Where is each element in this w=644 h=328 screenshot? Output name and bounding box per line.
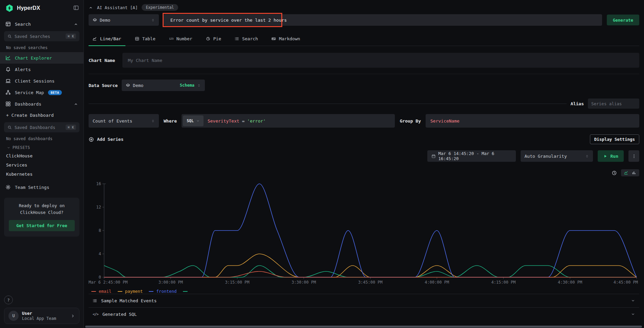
horizontal-scrollbar[interactable] [85, 326, 642, 328]
line-view-toggle-icon[interactable] [624, 171, 628, 175]
select-chevrons-icon [151, 119, 155, 123]
presets-toggle[interactable]: PRESETS [0, 143, 84, 151]
pie-icon [206, 37, 210, 41]
language-value: SQL [187, 118, 194, 123]
sql-field-token: SeverityText [208, 118, 239, 124]
collapse-chevron-icon[interactable] [89, 5, 93, 10]
main-content: AI Assistant [A] Experimental Demo Gener… [84, 0, 644, 328]
get-started-button[interactable]: Get Started for Free [9, 220, 75, 231]
sidebar-item-search[interactable]: Search [0, 18, 84, 30]
tab-markdown[interactable]: Markdown [271, 32, 301, 46]
sidebar-item-team-settings[interactable]: Team Settings [0, 181, 84, 193]
legend-item[interactable]: payment [118, 289, 143, 294]
legend-item[interactable] [183, 291, 188, 292]
aggregation-select[interactable]: Count of Events [89, 114, 159, 128]
display-settings-button[interactable]: Display Settings [590, 134, 639, 144]
divider [89, 104, 567, 104]
table-icon [135, 37, 139, 41]
source-select-value: Demo [100, 18, 148, 23]
tab-pie[interactable]: Pie [205, 32, 222, 46]
alias-row: Alias [89, 99, 639, 109]
run-button[interactable]: Run [598, 150, 624, 162]
chart-legend: emailpaymentfrontend [91, 289, 639, 294]
chevron-up-icon [74, 102, 78, 106]
alias-input[interactable] [588, 99, 639, 109]
legend-label: email [99, 289, 112, 294]
no-saved-dashboards-text: No saved dashboards [0, 134, 84, 143]
preset-clickhouse[interactable]: ClickHouse [0, 151, 84, 160]
svg-text:Mar 6 2:45:00 PM: Mar 6 2:45:00 PM [89, 280, 127, 285]
source-select[interactable]: Demo [89, 14, 159, 26]
tab-line-bar[interactable]: Line/Bar [92, 32, 122, 46]
sidebar-item-client-sessions[interactable]: Client Sessions [0, 75, 84, 87]
search-section-icon [5, 21, 11, 27]
preset-services[interactable]: Services [0, 160, 84, 170]
more-options-button[interactable] [628, 150, 639, 162]
avatar: U [8, 311, 19, 321]
ai-prompt-input[interactable] [164, 14, 602, 26]
sql-operator-token: = [242, 118, 245, 124]
saved-dashboards-placeholder: Saved Dashboards [15, 125, 63, 130]
chart-name-input[interactable] [122, 53, 639, 68]
sidebar-item-label: Service Map [15, 90, 44, 95]
chevron-down-icon [7, 146, 10, 150]
svg-text:8: 8 [99, 228, 101, 233]
select-chevrons-icon [197, 84, 201, 87]
tab-table[interactable]: Table [134, 32, 156, 46]
tab-number[interactable]: 123 Number [168, 32, 193, 46]
experimental-badge: Experimental [142, 4, 178, 11]
run-label: Run [611, 154, 618, 159]
legend-item[interactable]: email [91, 289, 112, 294]
where-expression: SeverityText = 'error' [208, 118, 266, 124]
add-series-label: Add Series [97, 137, 123, 142]
group-by-value: ServiceName [430, 118, 459, 124]
schema-link[interactable]: Schema [180, 83, 194, 88]
sidebar-item-service-map[interactable]: Service Map BETA [0, 87, 84, 98]
legend-item[interactable]: frontend [149, 289, 176, 294]
legend-label: payment [125, 289, 143, 294]
number-icon: 123 [169, 37, 173, 41]
chart-name-label: Chart Name [89, 58, 115, 63]
add-series-button[interactable]: Add Series [89, 137, 123, 142]
chart-explorer-icon [5, 55, 11, 61]
select-chevrons-icon [151, 18, 155, 22]
granularity-select[interactable]: Auto Granularity [521, 150, 593, 162]
where-input[interactable]: SQL SeverityText = 'error' [182, 114, 395, 128]
time-range-value: Mar 6 14:45:20 - Mar 6 16:45:20 [438, 151, 512, 161]
help-button[interactable]: ? [4, 296, 13, 304]
data-source-select[interactable]: Demo Schema [122, 80, 205, 91]
sample-matched-events-section[interactable]: Sample Matched Events [89, 294, 639, 307]
create-dashboard-button[interactable]: + Create Dashboard [0, 110, 84, 121]
generate-button[interactable]: Generate [607, 15, 639, 25]
preset-kubernetes[interactable]: Kubernetes [0, 170, 84, 179]
gear-icon [5, 184, 11, 190]
chevron-right-icon [71, 314, 75, 318]
plus-circle-icon [89, 137, 94, 142]
saved-searches-input[interactable]: Saved Searches ⌘ K [4, 31, 79, 41]
sidebar-item-chart-explorer[interactable]: Chart Explorer [0, 52, 84, 64]
svg-text:3:30:00 PM: 3:30:00 PM [292, 280, 316, 285]
svg-text:4:00:00 PM: 4:00:00 PM [425, 280, 449, 285]
bar-view-toggle-icon[interactable] [632, 171, 636, 175]
svg-text:3:15:00 PM: 3:15:00 PM [225, 280, 249, 285]
tab-search[interactable]: Search [234, 32, 259, 46]
saved-dashboards-input[interactable]: Saved Dashboards ⌘ K [4, 122, 79, 132]
hyperdx-logo-icon [5, 4, 14, 12]
sidebar-collapse-icon[interactable] [73, 5, 79, 12]
data-source-label: Data Source [89, 83, 118, 88]
sidebar-item-dashboards[interactable]: Dashboards [0, 98, 84, 110]
ai-assistant-title: AI Assistant [A] [97, 5, 138, 10]
generated-sql-section[interactable]: </> Generated SQL [89, 307, 639, 321]
language-select[interactable]: SQL [183, 115, 204, 126]
chart-display-toggles [89, 169, 639, 176]
user-menu[interactable]: U User Local App Team [4, 308, 79, 324]
presets-label: PRESETS [13, 145, 30, 150]
sidebar-item-alerts[interactable]: Alerts [0, 64, 84, 75]
svg-text:3:00:00 PM: 3:00:00 PM [159, 280, 183, 285]
group-by-input[interactable]: ServiceName [426, 114, 639, 128]
time-range-input[interactable]: Mar 6 14:45:20 - Mar 6 16:45:20 [427, 150, 516, 162]
svg-text:0: 0 [99, 275, 101, 280]
app-window: HyperDX Search Saved Searches ⌘ K No sav… [0, 0, 644, 328]
chevron-down-icon [196, 119, 200, 123]
clock-icon[interactable] [612, 170, 617, 176]
